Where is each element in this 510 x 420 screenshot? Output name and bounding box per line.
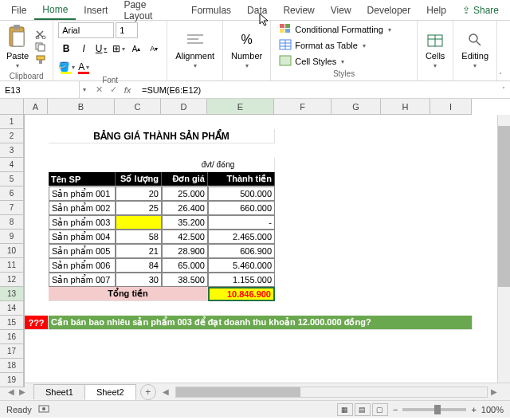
share-button[interactable]: ⇪ Share	[454, 2, 507, 19]
product-price[interactable]: 65.000	[162, 258, 208, 273]
product-qty[interactable]	[116, 215, 162, 230]
product-name[interactable]: Sản phẩm 001	[49, 186, 116, 201]
product-qty[interactable]: 20	[116, 186, 162, 201]
row-header-9[interactable]: 9	[0, 230, 24, 244]
product-total[interactable]: 606.900	[208, 244, 275, 258]
product-total[interactable]: 500.000	[208, 186, 275, 201]
question-text[interactable]: Cần bán bao nhiêu sản phẩm 003 để đạt do…	[49, 316, 473, 330]
product-total[interactable]: -	[208, 215, 275, 230]
row-header-18[interactable]: 18	[0, 359, 24, 373]
product-name[interactable]: Sản phẩm 006	[49, 258, 116, 273]
normal-view-button[interactable]: ▦	[337, 403, 353, 416]
row-header-7[interactable]: 7	[0, 201, 24, 215]
product-total[interactable]: 5.460.000	[208, 258, 275, 273]
cells-area[interactable]: BẢNG GIÁ THÀNH SẢN PHẨMđvt/ đồngTên SPSố…	[25, 115, 510, 387]
hscroll-left[interactable]: ◀	[163, 387, 172, 398]
col-header-B[interactable]: B	[48, 99, 115, 115]
border-button[interactable]: ⊞▾	[111, 41, 127, 57]
menu-view[interactable]: View	[323, 2, 359, 19]
row-header-11[interactable]: 11	[0, 258, 24, 273]
row-header-16[interactable]: 16	[0, 330, 24, 344]
row-header-12[interactable]: 12	[0, 273, 24, 287]
product-qty[interactable]: 58	[116, 230, 162, 244]
product-name[interactable]: Sản phẩm 002	[49, 201, 116, 215]
product-qty[interactable]: 84	[116, 258, 162, 273]
menu-file[interactable]: File	[3, 2, 34, 19]
row-header-1[interactable]: 1	[0, 115, 24, 129]
italic-button[interactable]: I	[76, 41, 92, 57]
product-price[interactable]: 26.400	[162, 201, 208, 215]
format-painter-button[interactable]	[33, 54, 48, 65]
unit-cell[interactable]: đvt/ đồng	[162, 158, 275, 172]
header-total[interactable]: Thành tiền	[208, 172, 275, 186]
menu-developer[interactable]: Developer	[359, 2, 419, 19]
tab-nav-prev[interactable]: ◀	[8, 387, 18, 398]
row-header-2[interactable]: 2	[0, 129, 24, 143]
col-header-A[interactable]: A	[24, 99, 48, 115]
format-as-table-button[interactable]: Format as Table▾	[276, 38, 394, 53]
paste-button[interactable]: Paste ▾	[5, 22, 30, 71]
copy-button[interactable]	[33, 41, 48, 53]
number-format-button[interactable]: % Number ▾	[228, 29, 265, 71]
menu-formulas[interactable]: Formulas	[183, 2, 239, 19]
conditional-formatting-button[interactable]: Conditional Formatting▾	[276, 22, 394, 37]
page-break-view-button[interactable]: ▢	[372, 403, 388, 416]
col-header-G[interactable]: G	[332, 99, 381, 115]
horizontal-scrollbar[interactable]	[175, 387, 488, 398]
row-header-14[interactable]: 14	[0, 301, 24, 316]
menu-help[interactable]: Help	[418, 2, 454, 19]
namebox-dropdown[interactable]: ▾	[80, 86, 89, 93]
bold-button[interactable]: B	[58, 41, 74, 57]
page-layout-view-button[interactable]: ▤	[355, 403, 371, 416]
product-price[interactable]: 38.500	[162, 273, 208, 287]
row-header-4[interactable]: 4	[0, 158, 24, 172]
ribbon-collapse-button[interactable]: ˅	[497, 21, 510, 80]
font-decrease-button[interactable]: A▾	[146, 41, 162, 57]
question-mark[interactable]: ???	[25, 316, 49, 330]
fill-color-button[interactable]: 🪣▾	[58, 59, 74, 75]
tab-nav-next[interactable]: ▶	[19, 387, 29, 398]
product-qty[interactable]: 21	[116, 244, 162, 258]
header-name[interactable]: Tên SP	[49, 172, 116, 186]
row-header-8[interactable]: 8	[0, 215, 24, 230]
cut-button[interactable]	[33, 29, 48, 40]
product-name[interactable]: Sản phẩm 005	[49, 244, 116, 258]
row-header-13[interactable]: 13	[0, 287, 24, 301]
product-qty[interactable]: 30	[116, 273, 162, 287]
header-qty[interactable]: Số lượng	[116, 172, 162, 186]
zoom-in-button[interactable]: +	[471, 405, 476, 414]
font-increase-button[interactable]: A▴	[128, 41, 144, 57]
total-value[interactable]: 10.846.900	[208, 287, 275, 301]
zoom-out-button[interactable]: −	[393, 405, 398, 414]
product-name[interactable]: Sản phẩm 007	[49, 273, 116, 287]
product-price[interactable]: 35.200	[162, 215, 208, 230]
font-color-button[interactable]: A▾	[76, 59, 92, 75]
product-price[interactable]: 25.000	[162, 186, 208, 201]
cells-button[interactable]: Cells ▾	[422, 29, 448, 71]
product-name[interactable]: Sản phẩm 003	[49, 215, 116, 230]
product-total[interactable]: 1.155.000	[208, 273, 275, 287]
menu-review[interactable]: Review	[275, 2, 322, 19]
scrollbar-thumb[interactable]	[176, 387, 300, 397]
row-header-6[interactable]: 6	[0, 186, 24, 201]
row-header-19[interactable]: 19	[0, 373, 24, 387]
product-price[interactable]: 42.500	[162, 230, 208, 244]
select-all-corner[interactable]	[0, 99, 24, 115]
title-cell[interactable]: BẢNG GIÁ THÀNH SẢN PHẨM	[49, 129, 275, 143]
formula-input[interactable]	[137, 81, 497, 98]
product-qty[interactable]: 25	[116, 201, 162, 215]
header-price[interactable]: Đơn giá	[162, 172, 208, 186]
row-header-10[interactable]: 10	[0, 244, 24, 258]
alignment-button[interactable]: Alignment ▾	[172, 29, 218, 71]
total-label[interactable]: Tổng tiền	[49, 287, 208, 301]
underline-button[interactable]: U▾	[93, 41, 109, 57]
menu-insert[interactable]: Insert	[76, 2, 116, 19]
row-header-3[interactable]: 3	[0, 143, 24, 158]
menu-home[interactable]: Home	[34, 1, 76, 20]
col-header-C[interactable]: C	[115, 99, 161, 115]
row-header-5[interactable]: 5	[0, 172, 24, 186]
vertical-scrollbar[interactable]	[497, 115, 510, 383]
row-header-15[interactable]: 15	[0, 316, 24, 330]
col-header-F[interactable]: F	[274, 99, 332, 115]
product-name[interactable]: Sản phẩm 004	[49, 230, 116, 244]
